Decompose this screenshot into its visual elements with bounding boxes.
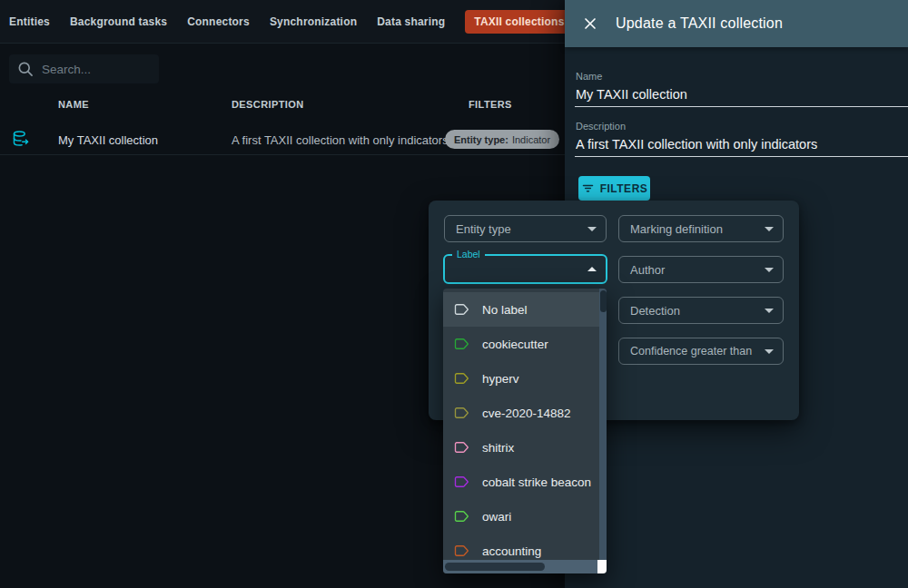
description-field-input[interactable] bbox=[576, 137, 893, 152]
scrollbar-corner bbox=[597, 560, 607, 573]
select-confidence[interactable]: Confidence greater than bbox=[618, 338, 784, 365]
drawer-title: Update a TAXII collection bbox=[616, 15, 783, 32]
vertical-scrollbar-thumb[interactable] bbox=[600, 290, 607, 312]
label-tag-icon bbox=[454, 301, 470, 318]
label-options-menu: No label cookiecutter hyperv bbox=[443, 289, 607, 573]
option-shitrix[interactable]: shitrix bbox=[443, 430, 599, 465]
column-header-filters[interactable]: FILTERS bbox=[469, 99, 512, 110]
chevron-up-icon bbox=[587, 267, 597, 271]
search-field[interactable] bbox=[9, 54, 159, 83]
label-options-list: No label cookiecutter hyperv bbox=[443, 289, 599, 560]
search-icon bbox=[16, 58, 35, 80]
option-accounting[interactable]: accounting bbox=[443, 534, 599, 560]
chevron-down-icon bbox=[765, 309, 774, 313]
select-marking-definition-label: Marking definition bbox=[630, 222, 723, 236]
vertical-scrollbar-track[interactable] bbox=[599, 289, 607, 560]
description-field-underline bbox=[575, 156, 908, 157]
select-label-legend: Label bbox=[452, 249, 485, 260]
label-tag-icon bbox=[454, 474, 470, 490]
nav-tab-entities[interactable]: Entities bbox=[9, 15, 50, 28]
database-export-icon bbox=[12, 129, 30, 150]
option-label: cobalt strike beacon bbox=[482, 475, 591, 489]
option-label: cookiecutter bbox=[482, 338, 548, 351]
horizontal-scrollbar-track[interactable] bbox=[443, 560, 597, 573]
label-tag-icon bbox=[454, 508, 470, 524]
filters-button-label: FILTERS bbox=[600, 182, 648, 195]
option-label: owari bbox=[482, 510, 511, 524]
nav-tab-synchronization[interactable]: Synchronization bbox=[270, 15, 357, 28]
label-tag-icon bbox=[454, 405, 470, 421]
description-field-label: Description bbox=[576, 121, 626, 132]
select-entity-type-label: Entity type bbox=[456, 222, 511, 236]
row-name: My TAXII collection bbox=[58, 132, 158, 146]
option-label: shitrix bbox=[482, 441, 514, 455]
select-marking-definition[interactable]: Marking definition bbox=[618, 215, 784, 242]
chevron-down-icon bbox=[765, 227, 774, 231]
select-detection[interactable]: Detection bbox=[618, 297, 784, 324]
select-author[interactable]: Author bbox=[618, 256, 784, 283]
column-header-name[interactable]: NAME bbox=[58, 99, 89, 110]
name-field-underline bbox=[575, 106, 908, 107]
filters-button[interactable]: FILTERS bbox=[578, 176, 650, 201]
nav-tab-data-sharing[interactable]: Data sharing bbox=[377, 15, 445, 28]
label-tag-icon bbox=[454, 439, 470, 456]
select-detection-label: Detection bbox=[630, 304, 680, 318]
nav-tab-connectors[interactable]: Connectors bbox=[187, 15, 250, 28]
column-header-description[interactable]: DESCRIPTION bbox=[232, 99, 304, 110]
option-label: cve-2020-14882 bbox=[482, 407, 571, 420]
close-icon[interactable] bbox=[579, 13, 601, 34]
label-tag-icon bbox=[454, 370, 470, 387]
filter-chip-key: Entity type: bbox=[454, 134, 508, 145]
option-label: No label bbox=[482, 303, 528, 317]
filter-icon bbox=[581, 181, 595, 195]
label-tag-icon bbox=[454, 336, 470, 352]
label-tag-icon bbox=[454, 543, 470, 559]
option-hyperv[interactable]: hyperv bbox=[443, 361, 599, 396]
option-owari[interactable]: owari bbox=[443, 499, 599, 534]
row-description: A first TAXII collection with only indic… bbox=[232, 132, 449, 146]
option-label: accounting bbox=[482, 544, 541, 558]
select-entity-type[interactable]: Entity type bbox=[444, 215, 607, 242]
app-window: Entities Background tasks Connectors Syn… bbox=[0, 0, 908, 588]
option-cve-2020-14882[interactable]: cve-2020-14882 bbox=[443, 396, 599, 430]
nav-tab-background-tasks[interactable]: Background tasks bbox=[70, 15, 167, 28]
option-no-label[interactable]: No label bbox=[443, 292, 599, 327]
option-cobalt-strike-beacon[interactable]: cobalt strike beacon bbox=[443, 465, 599, 499]
chevron-down-icon bbox=[587, 227, 597, 231]
filter-chip-value: Indicator bbox=[512, 134, 550, 145]
row-divider bbox=[0, 154, 565, 155]
option-label: hyperv bbox=[482, 372, 519, 386]
search-input[interactable] bbox=[42, 63, 202, 76]
name-field-label: Name bbox=[576, 71, 602, 82]
chevron-down-icon bbox=[765, 349, 774, 354]
filter-chip: Entity type: Indicator bbox=[445, 130, 559, 149]
drawer-header: Update a TAXII collection bbox=[565, 0, 908, 47]
chevron-down-icon bbox=[765, 268, 774, 272]
name-field-input[interactable] bbox=[576, 87, 893, 102]
select-confidence-label: Confidence greater than bbox=[630, 345, 752, 358]
horizontal-scrollbar-thumb[interactable] bbox=[445, 563, 545, 571]
top-navbar: Entities Background tasks Connectors Syn… bbox=[0, 0, 565, 44]
select-author-label: Author bbox=[630, 263, 665, 277]
option-cookiecutter[interactable]: cookiecutter bbox=[443, 327, 599, 361]
nav-tab-taxii-collections[interactable]: TAXII collections bbox=[465, 10, 573, 34]
